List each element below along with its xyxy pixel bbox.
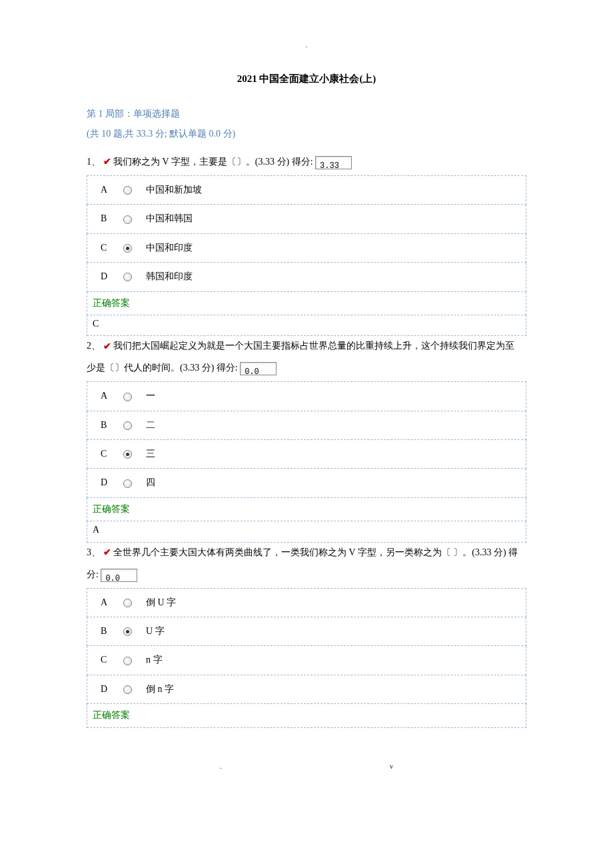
opt-text: 二 [146, 420, 155, 430]
opt-letter: B [101, 211, 121, 226]
radio-button[interactable] [123, 421, 132, 430]
opt-text: 一 [146, 391, 155, 401]
opt-text: 韩国和印度 [146, 271, 193, 281]
radio-button[interactable] [123, 627, 132, 636]
opt-letter: B [101, 624, 121, 639]
radio-button[interactable] [123, 215, 132, 224]
table-row: B U 字 [87, 617, 526, 645]
q2-text: 2、 ✔ 我们把大国崛起定义为就是一个大国主要指标占世界总量的比重持续上升，这个… [87, 336, 526, 357]
opt-letter: A [101, 595, 121, 610]
opt-text: 倒 n 字 [146, 684, 174, 694]
radio-button[interactable] [123, 450, 132, 459]
table-row: C 中国和印度 [87, 233, 526, 262]
table-row: A 中国和新加坡 [87, 175, 526, 204]
opt-text: 三 [146, 449, 155, 459]
radio-button[interactable] [123, 273, 132, 281]
q1-options: A 中国和新加坡 B 中国和韩国 C 中国和印度 D 韩国和印度 正确答案 C [87, 175, 526, 336]
page-title: 2021 中国全面建立小康社会(上) [87, 71, 526, 87]
radio-button[interactable] [123, 186, 132, 195]
radio-button[interactable] [123, 393, 132, 401]
opt-letter: D [101, 269, 121, 284]
table-row: A 倒 U 字 [87, 588, 526, 617]
radio-button[interactable] [123, 657, 132, 665]
opt-text: 中国和新加坡 [146, 185, 202, 195]
table-row: B 二 [87, 411, 526, 439]
table-row: C 三 [87, 440, 526, 469]
q3-number: 3、 [87, 547, 101, 557]
section-header: 第 1 局部：单项选择题 [87, 107, 526, 121]
opt-letter: A [101, 183, 121, 197]
q2-text-cont: 少是〔〕代人的时间。(3.33 分) 得分: 0.0 [87, 358, 526, 379]
q3-text: 3、 ✔ 全世界几个主要大国大体有两类曲线了，一类我们称之为 V 字型，另一类称… [87, 543, 526, 563]
q3-body-2: 分: [87, 569, 99, 579]
answer-label-row: 正确答案 [87, 291, 526, 315]
answer-value-row: C [87, 315, 526, 335]
q3-text-cont: 分: 0.0 [87, 565, 526, 585]
answer-label-row: 正确答案 [87, 497, 526, 521]
answer-label-row: 正确答案 [87, 704, 526, 727]
table-row: A 一 [87, 382, 526, 411]
footer-page: v [390, 761, 393, 772]
q2-score-box[interactable]: 0.0 [240, 362, 277, 375]
q3-options: A 倒 U 字 B U 字 C n 字 D 倒 n 字 正确答案 [87, 588, 526, 728]
table-row: B 中国和韩国 [87, 205, 526, 233]
q1-body: 我们称之为 V 字型，主要是〔〕。(3.33 分) [113, 157, 292, 167]
q2-options: A 一 B 二 C 三 D 四 正确答案 A [87, 381, 526, 542]
opt-text: 倒 U 字 [146, 597, 176, 607]
opt-letter: C [101, 653, 121, 667]
table-row: C n 字 [87, 646, 526, 675]
opt-text: 中国和韩国 [146, 213, 193, 223]
opt-letter: D [101, 682, 121, 697]
check-icon: ✔ [103, 152, 111, 173]
table-row: D 韩国和印度 [87, 263, 526, 291]
opt-text: 四 [146, 477, 155, 487]
radio-button[interactable] [123, 685, 132, 694]
radio-button[interactable] [123, 479, 132, 488]
q1-number: 1、 [87, 157, 101, 167]
q2-body-2: 少是〔〕代人的时间。(3.33 分) [87, 363, 217, 373]
q2-body-1: 我们把大国崛起定义为就是一个大国主要指标占世界总量的比重持续上升，这个持续我们界… [113, 341, 514, 351]
table-row: D 倒 n 字 [87, 675, 526, 703]
opt-letter: C [101, 447, 121, 461]
check-icon: ✔ [103, 543, 111, 563]
radio-button[interactable] [123, 244, 132, 253]
score-label: 得分: [217, 363, 238, 373]
score-label: 得分: [292, 157, 313, 167]
answer-value-row: A [87, 521, 526, 542]
footer-dot: . [220, 761, 222, 772]
q3-body-1: 全世界几个主要大国大体有两类曲线了，一类我们称之为 V 字型，另一类称之为〔 〕… [113, 547, 518, 557]
page-dot-top: . [87, 40, 526, 51]
opt-letter: D [101, 475, 121, 490]
opt-letter: B [101, 418, 121, 433]
check-icon: ✔ [103, 337, 111, 357]
opt-text: 中国和印度 [146, 243, 193, 253]
section-subheader: (共 10 题,共 33.3 分; 默认单题 0.0 分) [87, 127, 526, 141]
q2-number: 2、 [87, 341, 101, 351]
opt-text: U 字 [146, 626, 165, 636]
opt-text: n 字 [146, 655, 163, 665]
q1-score-box[interactable]: 3.33 [315, 156, 352, 169]
opt-letter: A [101, 389, 121, 403]
q3-score-box[interactable]: 0.0 [101, 569, 137, 582]
table-row: D 四 [87, 469, 526, 497]
q1-text: 1、 ✔ 我们称之为 V 字型，主要是〔〕。(3.33 分) 得分: 3.33 [87, 152, 526, 173]
opt-letter: C [101, 241, 121, 255]
page-footer: . v [87, 761, 526, 772]
radio-button[interactable] [123, 599, 132, 607]
